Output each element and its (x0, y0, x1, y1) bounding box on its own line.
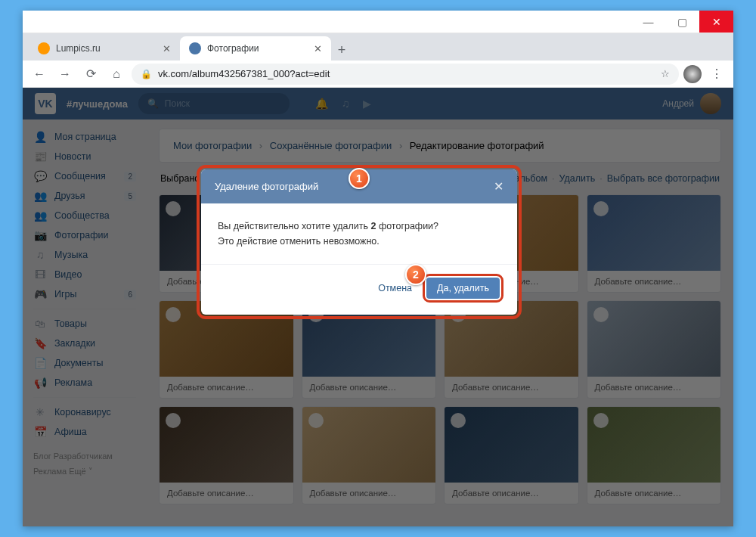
modal-close-button[interactable]: ✕ (494, 179, 503, 194)
favicon-vk (189, 42, 201, 54)
window-close-button[interactable]: ✕ (699, 11, 733, 33)
bookmark-star-icon[interactable]: ☆ (661, 68, 670, 79)
new-tab-button[interactable]: + (331, 39, 352, 61)
annotation-highlight: Да, удалить (423, 274, 503, 303)
modal-dialog: Удаление фотографий ✕ Вы действительно х… (201, 169, 517, 315)
url-text: vk.com/album432567381_000?act=edit (158, 68, 330, 79)
titlebar: — ▢ ✕ (23, 11, 733, 33)
browser-toolbar: ← → ⟳ ⌂ 🔒 vk.com/album432567381_000?act=… (23, 61, 733, 88)
tab-vk-photos[interactable]: Фотографии ✕ (180, 36, 331, 61)
favicon-lumpics (38, 42, 50, 54)
tab-close-button[interactable]: ✕ (314, 43, 322, 54)
tab-lumpics[interactable]: Lumpics.ru ✕ (29, 36, 180, 61)
tab-title: Фотографии (207, 43, 259, 54)
lock-icon: 🔒 (141, 69, 152, 79)
back-button[interactable]: ← (29, 64, 50, 85)
reload-button[interactable]: ⟳ (80, 64, 101, 85)
address-bar[interactable]: 🔒 vk.com/album432567381_000?act=edit ☆ (132, 64, 679, 85)
tab-title: Lumpics.ru (56, 43, 101, 54)
modal-body: Вы действительно хотите удалить 2 фотогр… (201, 203, 517, 264)
annotation-marker-2: 2 (405, 264, 426, 285)
confirm-delete-button[interactable]: Да, удалить (426, 278, 500, 299)
annotation-marker-1: 1 (349, 168, 370, 189)
modal-footer: Отмена Да, удалить (201, 264, 517, 315)
home-button[interactable]: ⌂ (106, 64, 127, 85)
forward-button[interactable]: → (54, 64, 76, 85)
tab-close-button[interactable]: ✕ (163, 43, 171, 54)
window-minimize-button[interactable]: — (631, 11, 665, 33)
browser-menu-button[interactable]: ⋮ (706, 64, 727, 85)
modal-title: Удаление фотографий (215, 181, 318, 192)
profile-avatar[interactable] (683, 65, 702, 83)
browser-tabs: Lumpics.ru ✕ Фотографии ✕ + (23, 33, 733, 61)
window-maximize-button[interactable]: ▢ (665, 11, 699, 33)
cancel-button[interactable]: Отмена (378, 283, 412, 293)
